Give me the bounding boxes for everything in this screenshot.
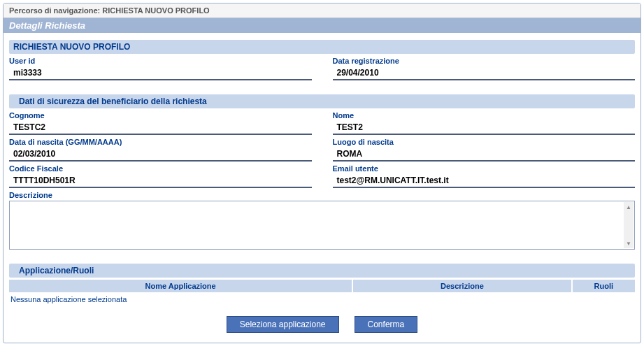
datareg-value: 29/04/2010	[333, 66, 636, 80]
page-title: Dettagli Richiesta	[3, 18, 641, 33]
descrizione-textarea[interactable]: ▲ ▼	[9, 201, 635, 250]
email-value: test2@RM.UNICATT.IT.test.it	[333, 174, 636, 188]
form-frame: Percorso di navigazione: RICHIESTA NUOVO…	[3, 3, 641, 343]
dob-value: 02/03/2010	[9, 148, 312, 162]
cf-value: TTTT10DH501R	[9, 174, 312, 188]
section-security-header: Dati di sicurezza del beneficiario della…	[9, 94, 635, 108]
dob-label: Data di nascita (GG/MM/AAAA)	[9, 138, 312, 146]
breadcrumb-prefix: Percorso di navigazione:	[9, 6, 100, 15]
app-table-header: Nome Applicazione Descrizione Ruoli	[9, 280, 635, 292]
cf-label: Codice Fiscale	[9, 164, 312, 173]
breadcrumb-path: RICHIESTA NUOVO PROFILO	[100, 6, 209, 15]
userid-value: mi3333	[9, 66, 312, 80]
content-area: RICHIESTA NUOVO PROFILO User id mi3333 D…	[3, 33, 641, 343]
conferma-button[interactable]: Conferma	[355, 316, 418, 333]
button-row: Seleziona applicazione Conferma	[9, 316, 635, 333]
section-app-header: Applicazione/Ruoli	[9, 264, 635, 278]
datareg-label: Data registrazione	[333, 57, 636, 65]
scroll-up-icon[interactable]: ▲	[624, 202, 634, 212]
nome-label: Nome	[333, 111, 636, 120]
cognome-label: Cognome	[9, 111, 312, 120]
th-descrizione: Descrizione	[353, 280, 572, 292]
luogo-value: ROMA	[333, 148, 636, 162]
scrollbar[interactable]: ▲ ▼	[624, 202, 634, 248]
th-nome-applicazione: Nome Applicazione	[9, 280, 353, 292]
scroll-down-icon[interactable]: ▼	[624, 238, 634, 248]
table-empty-message: Nessuna applicazione selezionata	[9, 292, 635, 310]
cognome-value: TESTC2	[9, 121, 312, 135]
th-ruoli: Ruoli	[573, 280, 636, 292]
descrizione-label: Descrizione	[9, 191, 635, 199]
seleziona-applicazione-button[interactable]: Seleziona applicazione	[227, 316, 339, 333]
nome-value: TEST2	[333, 121, 636, 135]
breadcrumb: Percorso di navigazione: RICHIESTA NUOVO…	[3, 3, 641, 18]
luogo-label: Luogo di nascita	[333, 138, 636, 146]
userid-label: User id	[9, 57, 312, 65]
section-main-header: RICHIESTA NUOVO PROFILO	[9, 40, 635, 54]
email-label: Email utente	[333, 164, 636, 173]
